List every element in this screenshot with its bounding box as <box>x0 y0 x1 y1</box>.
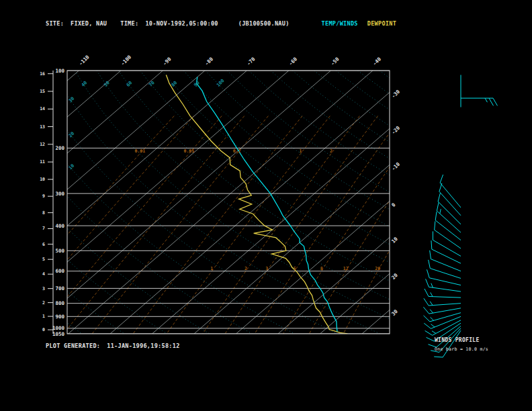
svg-text:20: 20 <box>68 131 76 139</box>
svg-text:-70: -70 <box>246 56 257 66</box>
svg-text:0.2: 0.2 <box>233 148 241 154</box>
svg-text:10: 10 <box>40 177 45 182</box>
svg-text:1: 1 <box>42 314 45 319</box>
svg-text:16: 16 <box>40 71 45 77</box>
svg-text:20: 20 <box>390 272 399 281</box>
svg-text:-90: -90 <box>162 56 173 66</box>
svg-text:12: 12 <box>343 266 349 271</box>
svg-text:900: 900 <box>55 314 64 320</box>
svg-text:13: 13 <box>40 124 45 130</box>
svg-text:6: 6 <box>42 242 45 247</box>
svg-text:1: 1 <box>210 266 213 271</box>
svg-text:9: 9 <box>42 193 45 199</box>
svg-text:1050: 1050 <box>52 331 65 337</box>
svg-text:8: 8 <box>320 266 323 271</box>
plot-generated-label: PLOT GENERATED: <box>46 342 100 349</box>
svg-text:3: 3 <box>42 286 45 291</box>
footer: PLOT GENERATED:11-JAN-1996,19:58:12 <box>46 342 180 349</box>
skewt-plot-window: SITE:FIXED, NAUTIME:10-NOV-1992,05:00:00… <box>0 0 532 411</box>
svg-text:3: 3 <box>265 266 268 271</box>
svg-text:100: 100 <box>216 78 226 88</box>
svg-text:0: 0 <box>390 201 397 208</box>
svg-text:5: 5 <box>42 257 45 262</box>
svg-text:60: 60 <box>126 80 134 88</box>
svg-text:10: 10 <box>390 236 399 244</box>
svg-text:30: 30 <box>390 308 399 317</box>
svg-text:-10: -10 <box>390 161 401 172</box>
svg-text:0.01: 0.01 <box>135 148 146 154</box>
svg-text:-80: -80 <box>204 56 214 66</box>
svg-text:50: 50 <box>103 80 111 88</box>
svg-text:300: 300 <box>55 191 64 197</box>
svg-text:90: 90 <box>193 80 201 88</box>
svg-text:11: 11 <box>40 159 45 165</box>
svg-text:20: 20 <box>375 266 380 271</box>
svg-text:-110: -110 <box>78 54 91 66</box>
svg-text:700: 700 <box>55 285 64 291</box>
svg-text:4: 4 <box>42 271 45 277</box>
svg-text:100: 100 <box>55 68 64 74</box>
svg-text:-60: -60 <box>287 56 298 66</box>
svg-text:800: 800 <box>55 300 64 306</box>
winds-profile-subtitle: One barb = 10.0 m/s <box>435 347 488 352</box>
svg-text:14: 14 <box>40 106 45 111</box>
svg-text:500: 500 <box>55 248 64 254</box>
svg-text:-50: -50 <box>330 56 341 66</box>
svg-text:5: 5 <box>294 266 296 271</box>
svg-text:-20: -20 <box>390 125 401 136</box>
svg-text:15: 15 <box>40 89 45 94</box>
svg-text:1: 1 <box>300 148 302 154</box>
svg-text:2: 2 <box>42 300 45 306</box>
svg-text:600: 600 <box>55 268 64 274</box>
svg-text:10: 10 <box>68 163 76 171</box>
svg-text:200: 200 <box>55 145 64 151</box>
svg-text:70: 70 <box>148 80 156 88</box>
svg-text:400: 400 <box>55 223 64 229</box>
svg-text:0: 0 <box>42 327 45 332</box>
svg-text:12: 12 <box>40 142 45 147</box>
winds-profile-title: WINDS PROFILE <box>435 337 480 343</box>
svg-text:-30: -30 <box>390 89 401 99</box>
svg-text:7: 7 <box>42 226 45 231</box>
plot-generated-value: 11-JAN-1996,19:58:12 <box>100 342 179 349</box>
svg-text:-40: -40 <box>371 56 382 66</box>
svg-text:-100: -100 <box>120 54 132 66</box>
svg-text:2: 2 <box>330 148 332 154</box>
svg-text:8: 8 <box>42 210 45 216</box>
svg-text:2: 2 <box>245 266 247 271</box>
svg-text:0.05: 0.05 <box>184 148 195 154</box>
